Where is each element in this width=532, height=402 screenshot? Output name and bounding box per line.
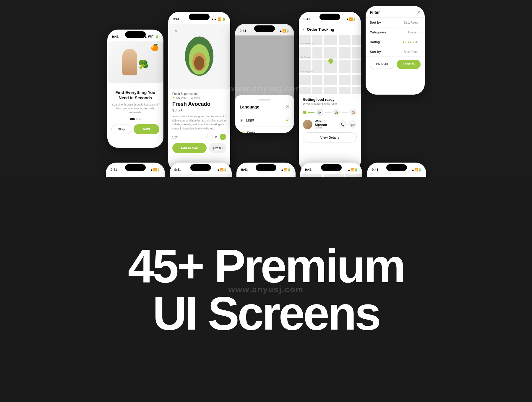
filter-header: Filter ✕: [366, 6, 425, 18]
status-time-9: 9:41: [305, 168, 312, 171]
map-label-1: E Camden Av: [301, 43, 314, 45]
sort2-row[interactable]: Sort by Best Rated ›: [366, 47, 425, 57]
svg-point-3: [194, 56, 204, 70]
status-icons-6: ▲📶🔋: [150, 168, 160, 171]
categories-row[interactable]: Categories Dessert ›: [366, 27, 425, 37]
tracking-header: ‹ Order Tracking: [299, 24, 361, 35]
status-icons-4: ▲📶🔋: [346, 17, 356, 21]
chevron-icon-2: ›: [420, 31, 421, 34]
status-time-1: 9:41: [112, 35, 119, 38]
back-button[interactable]: ‹: [303, 27, 304, 32]
status-icons-7: ▲📶🔋: [217, 168, 227, 171]
chevron-icon-3: ›: [420, 40, 421, 44]
notch-1: [125, 31, 146, 38]
notch-2: [189, 14, 210, 20]
filter-title: Filter: [370, 10, 380, 15]
favourite-button[interactable]: ♡: [218, 27, 227, 35]
status-icons-10: ▲📶🔋: [411, 168, 421, 171]
notch-6: [125, 164, 146, 171]
avocado-image: [180, 34, 218, 78]
sort2-label: Sort by: [370, 50, 381, 54]
status-time-7: 9:41: [174, 168, 181, 171]
notch-8: [256, 164, 276, 171]
clear-all-button[interactable]: Clear All: [370, 60, 394, 69]
notch-7: [190, 164, 211, 171]
notch-10: [386, 164, 407, 171]
headline-line2: UI Screens: [128, 290, 404, 337]
show-results-button[interactable]: Show 24: [397, 60, 421, 69]
rating-label: Rating: [370, 40, 380, 44]
map-label-2: W Pine Av: [301, 56, 311, 58]
sort-row[interactable]: Sort by Best Rated ›: [366, 18, 425, 27]
close-button[interactable]: ✕: [172, 27, 180, 35]
categories-label: Categories: [370, 30, 387, 34]
stars-display: ★★★★★: [402, 40, 414, 44]
onboard-image: 🥦 🍊: [107, 41, 163, 83]
categories-value: Dessert ›: [408, 31, 421, 34]
status-time-2: 9:41: [173, 17, 179, 21]
status-time-10: 9:41: [372, 168, 378, 171]
filter-footer: Clear All Show 24: [366, 57, 425, 72]
phone-filter: Filter ✕ Sort by Best Rated › Categories…: [366, 6, 425, 95]
sort-value: Best Rated ›: [404, 21, 421, 24]
map-label-3: E College Av: [301, 70, 313, 72]
headline-line1: 45+ Premium: [128, 242, 404, 290]
chevron-icon-1: ›: [420, 21, 421, 24]
sort-label: Sort by: [370, 21, 381, 24]
rating-value: ★★★★★ 4+ ›: [402, 40, 421, 44]
status-icons-8: ▲📶🔋: [281, 168, 291, 171]
status-icons-2: ▲▲📶🔋: [211, 17, 226, 21]
status-time-4: 9:41: [304, 17, 310, 21]
headline-container: 45+ Premium UI Screens: [128, 242, 404, 337]
status-time-3: 9:41: [240, 29, 246, 33]
notch-4: [319, 14, 340, 20]
rating-row[interactable]: Rating ★★★★★ 4+ ›: [366, 37, 425, 47]
tracking-title: Order Tracking: [307, 27, 334, 32]
chevron-icon-4: ›: [420, 50, 421, 54]
notch-3: [254, 25, 275, 32]
filter-close-button[interactable]: ✕: [417, 9, 421, 15]
status-time-6: 9:41: [111, 168, 117, 171]
product-image-area: ✕ ♡: [168, 24, 230, 89]
sort2-value: Best Rated ›: [404, 50, 421, 54]
status-icons-3: ▲📶🔋: [279, 29, 289, 33]
status-icons-1: ▲WiFi🔋: [144, 35, 159, 38]
status-icons-9: ▲📶🔋: [348, 168, 358, 171]
notch-9: [321, 164, 342, 171]
status-time-8: 9:41: [241, 168, 248, 171]
